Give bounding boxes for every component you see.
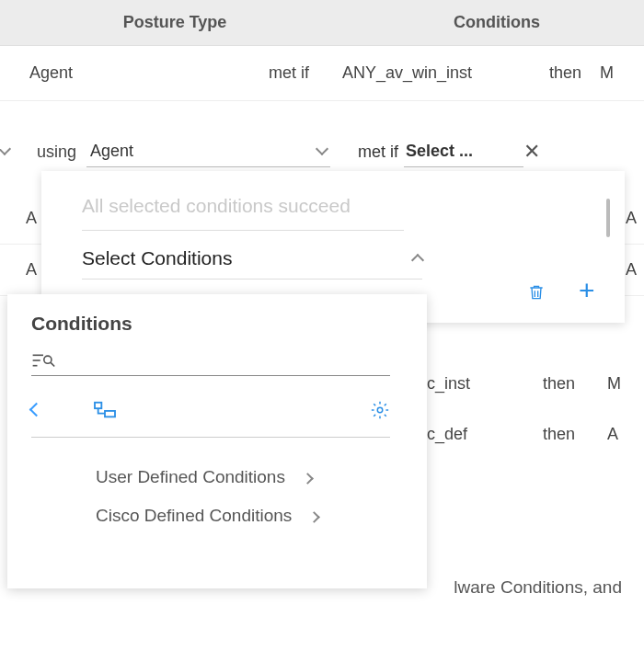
trailing-cell: M bbox=[581, 63, 622, 83]
svg-point-7 bbox=[377, 407, 383, 413]
tree-view-icon[interactable] bbox=[93, 400, 117, 424]
scrollbar[interactable] bbox=[606, 199, 610, 237]
posture-type-cell: Agent bbox=[29, 63, 269, 83]
condition-placeholder: Select ... bbox=[406, 142, 473, 161]
conditions-picker-panel: Conditions User Defined Conditions Cisco… bbox=[7, 294, 427, 588]
svg-rect-5 bbox=[95, 403, 101, 408]
posture-type-select[interactable]: Agent bbox=[86, 136, 330, 167]
chevron-right-icon bbox=[310, 506, 318, 526]
picker-toolbar bbox=[31, 393, 390, 438]
item-label: Cisco Defined Conditions bbox=[96, 506, 292, 526]
chevron-down-icon bbox=[316, 142, 328, 154]
trailing-cell: A bbox=[607, 409, 644, 460]
then-label: then bbox=[526, 63, 581, 83]
using-label: using bbox=[22, 143, 86, 162]
trailing-cell: M bbox=[607, 359, 644, 409]
select-conditions-dropdown[interactable]: Select Conditions bbox=[82, 231, 422, 280]
posture-type-value: Agent bbox=[90, 142, 133, 161]
logic-operator-display[interactable]: All selected conditions succeed bbox=[82, 186, 404, 231]
condition-category-user-defined[interactable]: User Defined Conditions bbox=[31, 458, 403, 496]
svg-line-4 bbox=[51, 362, 54, 366]
panel-title: Conditions bbox=[31, 313, 403, 335]
condition-select[interactable]: Select ... bbox=[404, 136, 523, 167]
search-input[interactable] bbox=[31, 351, 390, 376]
back-button[interactable] bbox=[31, 410, 41, 415]
then-label: then bbox=[543, 359, 607, 409]
close-icon[interactable]: ✕ bbox=[523, 140, 560, 164]
then-label: then bbox=[543, 409, 607, 460]
table-header: Posture Type Conditions bbox=[0, 0, 644, 46]
gear-icon[interactable] bbox=[370, 400, 390, 424]
search-list-icon bbox=[31, 351, 55, 370]
condition-category-cisco-defined[interactable]: Cisco Defined Conditions bbox=[31, 496, 403, 535]
table-row: Agent met if ANY_av_win_inst then M bbox=[0, 46, 644, 101]
met-if-label: met if bbox=[269, 63, 342, 83]
item-label: User Defined Conditions bbox=[96, 467, 285, 487]
edit-row: using Agent met if Select ... ✕ bbox=[0, 129, 644, 175]
header-conditions: Conditions bbox=[350, 0, 644, 45]
svg-rect-6 bbox=[105, 411, 115, 417]
condition-cell: ANY_av_win_inst bbox=[342, 63, 526, 83]
header-posture-type: Posture Type bbox=[0, 0, 350, 45]
chevron-up-icon bbox=[411, 254, 424, 267]
plus-icon[interactable]: + bbox=[579, 282, 599, 302]
expand-row-toggle[interactable] bbox=[0, 150, 22, 154]
svg-point-3 bbox=[44, 356, 52, 363]
trash-icon[interactable] bbox=[527, 282, 547, 302]
select-conditions-label: Select Conditions bbox=[82, 247, 232, 269]
chevron-right-icon bbox=[304, 467, 312, 487]
met-if-label: met if bbox=[330, 143, 404, 162]
